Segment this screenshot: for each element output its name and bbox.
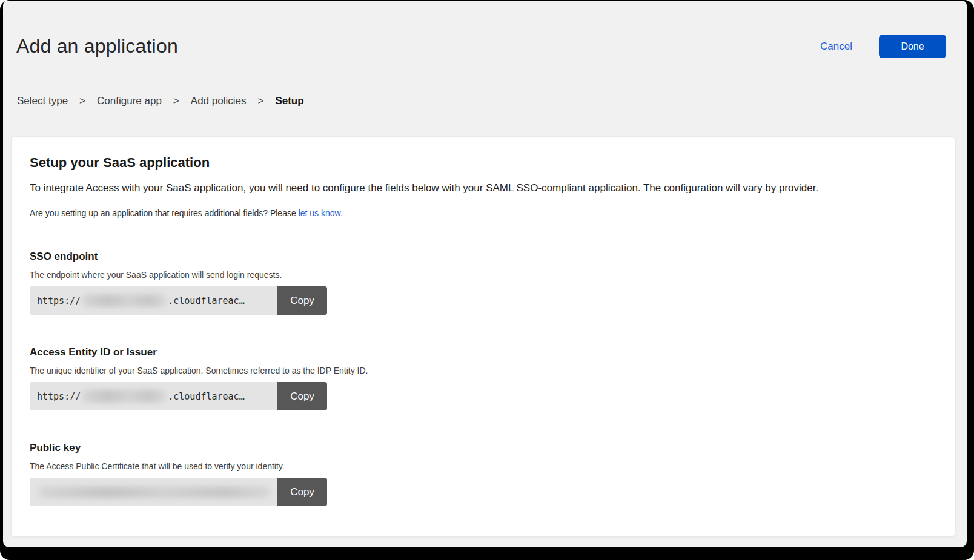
breadcrumb-separator: > [79,95,85,107]
value-suffix: .cloudflareac… [168,295,244,306]
let-us-know-link[interactable]: let us know. [299,208,343,218]
intro-text: To integrate Access with your SaaS appli… [30,181,937,196]
field-value: https://.cloudflareac… [30,286,277,315]
top-bar: Add an application Cancel Done [3,1,967,58]
breadcrumb-item-setup: Setup [275,95,303,107]
page-title: Add an application [16,35,178,58]
breadcrumb-separator: > [173,95,179,107]
field-description: The unique identifier of your SaaS appli… [30,366,937,375]
breadcrumb-item-select-type[interactable]: Select type [17,95,68,107]
header-actions: Cancel Done [820,35,946,58]
setup-card: Setup your SaaS application To integrate… [11,136,956,537]
field-label: SSO endpoint [30,251,937,263]
viewport: Add an application Cancel Done Select ty… [0,0,974,560]
field-label: Access Entity ID or Issuer [30,346,937,358]
value-prefix: https:// [37,391,81,402]
app-screen: Add an application Cancel Done Select ty… [3,1,967,547]
copy-button[interactable]: Copy [277,478,327,506]
field-value: https://.cloudflareac… [30,382,277,410]
field-value-row: https://.cloudflareac… Copy [30,382,327,410]
value-suffix: .cloudflareac… [168,391,244,402]
field-access-entity-id: Access Entity ID or Issuer The unique id… [30,346,937,410]
redacted-value [38,486,271,498]
cancel-button[interactable]: Cancel [820,41,852,53]
done-button[interactable]: Done [879,35,946,58]
note-prefix: Are you setting up an application that r… [30,208,299,218]
field-value-row: https://.cloudflareac… Copy [30,286,327,315]
copy-button[interactable]: Copy [277,286,327,315]
card-heading: Setup your SaaS application [30,155,937,171]
redacted-value [82,294,167,307]
field-value [30,478,277,506]
field-sso-endpoint: SSO endpoint The endpoint where your Saa… [30,251,937,315]
field-value-row: Copy [30,478,327,506]
breadcrumb-item-add-policies[interactable]: Add policies [191,95,247,107]
note-text: Are you setting up an application that r… [30,208,937,218]
breadcrumb-separator: > [257,95,263,107]
field-public-key: Public key The Access Public Certificate… [30,442,937,506]
breadcrumb-item-configure-app[interactable]: Configure app [97,95,162,107]
redacted-value [82,390,167,403]
value-prefix: https:// [37,295,81,306]
field-description: The Access Public Certificate that will … [30,461,937,471]
field-description: The endpoint where your SaaS application… [30,270,937,280]
field-label: Public key [30,442,937,454]
breadcrumb: Select type > Configure app > Add polici… [17,95,967,107]
copy-button[interactable]: Copy [277,382,327,410]
